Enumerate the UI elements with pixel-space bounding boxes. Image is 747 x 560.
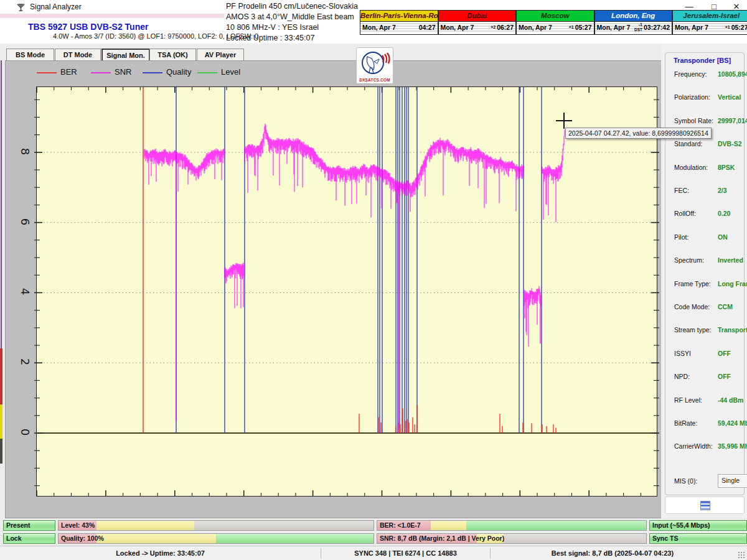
clock-berlin-paris-vienna-roma: Berlin-Paris-Vienna-RomaMon, Apr 704:27 [360,10,438,35]
row-value: OFF [718,373,731,380]
row-value: CCM [718,303,733,310]
row-value: 2/3 [718,187,727,194]
mis-dropdown[interactable]: Single ▼ [718,474,747,488]
indicator-quality-100: Quality: 100% [58,533,374,544]
crosshair-cursor [556,113,572,129]
transponder-row-pilot-: Pilot:ON [674,233,747,242]
transponder-row-carrierwidth-: CarrierWidth:35,996 MHz [674,442,747,451]
transponder-row-rf-level-: RF Level:-44 dBm [674,396,747,405]
clock-date: Mon, Apr 7 [675,24,708,31]
row-label: NPD: [674,373,690,380]
clock-city-label: London, Eng [595,11,672,22]
row-value: OFF [718,350,731,357]
tab-tsa-ok-[interactable]: TSA (OK) [149,49,196,62]
transponder-row-stream-type-: Stream type:Transport [674,326,747,335]
clock-date: Mon, Apr 7 [362,24,396,31]
tab-av-player[interactable]: AV Player [197,49,244,62]
clock-time-row: Mon, Apr 7-1DST03:27:42 [595,22,672,33]
legend-swatch [37,72,57,73]
tab-bar: BS ModeDT ModeSignal Mon.TSA (OK)AV Play… [0,44,661,60]
transponder-row-code-mode-: Code Mode:CCM [674,303,747,312]
tab-bs-mode[interactable]: BS Mode [6,49,54,62]
row-label: RollOff: [674,210,696,217]
plot-canvas [37,87,657,496]
progress-segment-green [466,521,646,530]
legend-label: SNR [115,67,131,77]
header-accent-strip [0,14,224,18]
row-label: Modulation: [674,164,708,171]
clock-time: 06:27 [497,24,514,31]
transponder-row-frame-type-: Frame Type:Long Frame [674,280,747,289]
status-bar: Locked -> Uptime: 33:45:07 SYNC 348 | TE… [0,546,747,560]
transponder-row-polarization-: Polarization:Vertical [674,93,747,102]
progress-segment-green [216,534,374,543]
desktop-edge-red [0,348,2,404]
transponder-row-frequency-: Frequency:10805,894 MHz [674,70,747,79]
clock-city-label: Jerusalem-Israel [673,11,747,22]
clock-dubai: DubaiMon, Apr 7+206:27 [438,10,517,35]
row-value: Transport [718,326,747,334]
row-value: DVB-S2 [718,140,742,147]
clock-time-row: Mon, Apr 7+206:27 [439,22,516,33]
station-info-line: Locked Uptime : 33:45:07 [226,33,357,44]
row-value: 0.20 [718,210,730,217]
row-label: Code Mode: [674,303,710,310]
signal-plot[interactable] [36,86,657,497]
chart-container: BERSNRQualityLevel 02468 [5,60,662,518]
row-label: CarrierWidth: [674,442,713,450]
row-label: Pilot: [674,233,688,241]
clock-time: 05:27 [731,24,747,31]
station-info-block: PF Prodelin 450 cm/Lučenec-SlovakiaAMOS … [226,1,357,44]
station-info-line: PF Prodelin 450 cm/Lučenec-Slovakia [226,1,357,12]
clock-utc-offset: +2 [474,25,497,30]
logo-text: DXSATCS.COM [357,78,393,82]
legend-swatch [91,72,111,73]
row-value: -44 dBm [718,396,743,404]
progress-label: BER: <1.0E-7 [380,521,421,530]
legend-label: Quality [166,67,191,77]
desktop-edge-yellow [0,404,2,439]
progress-label: SNR: 8,7 dB (Margin: 2,1 dB | Very Poor) [380,534,504,543]
station-info-line: AMOS 3 at 4,0°W_Middle East beam [226,12,357,22]
legend-label: Level [221,67,240,77]
window-title: Signal Analyzer [30,2,82,11]
transponder-row-npd-: NPD:OFF [674,373,747,381]
world-clocks: Berlin-Paris-Vienna-RomaMon, Apr 704:27D… [360,10,747,35]
transponder-row-symbol-rate-: Symbol Rate:29997,014 KS/s [674,117,747,126]
row-value: 8PSK [718,164,735,171]
indicator-input-55-4-mbps: Input (~55,4 Mbps) [649,520,747,531]
dxsatcs-logo: DXSATCS.COM [356,47,393,84]
desktop-edge-dark [0,439,2,464]
clock-date: Mon, Apr 7 [597,24,631,31]
row-label: BitRate: [674,419,697,427]
row-label: Symbol Rate: [674,117,713,124]
row-label: Frame Type: [674,280,711,287]
status-uptime: Locked -> Uptime: 33:45:07 [0,546,321,560]
indicator-sync-ts: Sync TS [649,533,747,544]
row-label: Spectrum: [674,256,704,264]
progress-label: Quality: 100% [61,534,104,543]
progress-segment-yellow [96,534,216,543]
status-best-signal: Best signal: 8,7 dB (2025-04-07 04:23) [491,546,735,560]
indicator-present: Present [3,520,55,531]
row-label: Frequency: [674,70,707,78]
transponder-row-rolloff-: RollOff:0.20 [674,210,747,218]
row-value: Vertical [718,93,741,101]
ts-capture-button[interactable] [665,497,745,514]
resize-grip[interactable] [738,551,746,559]
y-tick-label: 4 [19,285,32,299]
clock-time-row: Mon, Apr 7+105:27 [673,22,747,33]
y-tick-label: 8 [19,144,32,158]
row-value: 10805,894 MHz [718,70,747,78]
station-info-line: 10 806 MHz-V : YES Israel [226,22,357,33]
row-value: 35,996 MHz [718,442,747,450]
indicator-row: LockQuality: 100%SNR: 8,7 dB (Margin: 2,… [3,533,746,544]
stream-list-icon [700,501,710,510]
clock-city-label: Berlin-Paris-Vienna-Roma [360,11,438,22]
clock-time: 05:27 [575,24,592,31]
clock-date: Mon, Apr 7 [519,24,552,31]
transponder-row-fec-: FEC:2/3 [674,187,747,195]
clock-london-eng: London, EngMon, Apr 7-1DST03:27:42 [594,10,673,35]
legend-swatch [143,72,162,73]
tab-dt-mode[interactable]: DT Mode [55,49,101,62]
